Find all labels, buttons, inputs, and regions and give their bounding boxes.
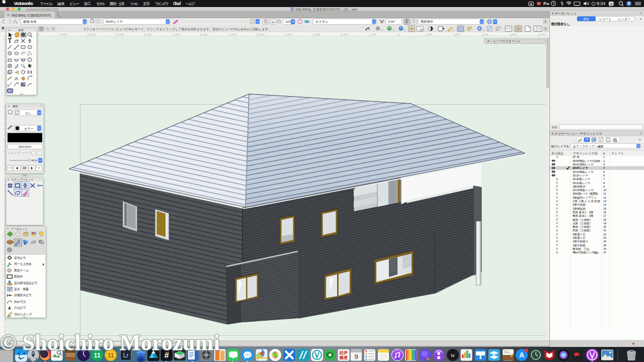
svg-text:カラー: カラー (24, 127, 33, 130)
svg-text:2000: 2000 (427, 33, 432, 36)
svg-text:選択図形なし: 選択図形なし (550, 22, 570, 26)
svg-text:3D基礎レイヤ: 3D基礎レイヤ (573, 177, 591, 181)
svg-text:1: 1 (603, 155, 605, 158)
svg-text:3D2F間取レイヤ仕切面: 3D2F間取レイヤ仕切面 (573, 159, 600, 163)
svg-text:9: 9 (603, 185, 605, 188)
svg-text:3D1F間取レイヤ: 3D1F間取レイヤ (573, 170, 594, 173)
svg-text:A: A (519, 351, 524, 359)
svg-text:24: 24 (603, 240, 606, 243)
svg-text:ツールセット: ツールセット (11, 227, 28, 230)
svg-text:文字: 文字 (143, 2, 150, 6)
svg-text:3D2Fレイヤ: 3D2Fレイヤ (106, 20, 123, 23)
svg-text:?: ? (40, 105, 42, 108)
svg-text:3D2Fレイヤ: 3D2Fレイヤ (573, 166, 588, 170)
svg-text:17: 17 (603, 214, 606, 217)
svg-text:-4000: -4000 (343, 33, 349, 36)
svg-text:北面（立面図）: 北面（立面図） (573, 222, 592, 225)
svg-text:室名・概要: 室名・概要 (14, 288, 29, 291)
svg-text:9:34: 9:34 (597, 1, 605, 6)
svg-text:-8000: -8000 (286, 33, 292, 36)
svg-text:21: 21 (603, 229, 606, 232)
svg-text:22: 22 (603, 233, 606, 236)
svg-text:カスタム: カスタム (315, 20, 328, 23)
svg-text:M様 BIM化 宮浦本部20240701（済）.vwx: M様 BIM化 宮浦本部20240701（済）.vwx (295, 8, 358, 12)
svg-text:同一点上拘束: 同一点上拘束 (14, 262, 32, 266)
svg-text:26: 26 (603, 247, 606, 250)
svg-text:東面 家具1・2階: 東面 家具1・2階 (573, 214, 594, 218)
svg-text:M様 BIM化 宮浦本部2024070...: M様 BIM化 宮浦本部2024070... (12, 14, 53, 18)
svg-text:紀伊: 紀伊 (339, 350, 348, 355)
svg-text:なし: なし (25, 112, 31, 115)
svg-text:2D1F間取レイヤ: 2D1F間取レイヤ (573, 189, 594, 192)
svg-text:2階室内レイアウト: 2階室内レイアウト (573, 196, 597, 200)
svg-text:敷地図・方位: 敷地図・方位 (573, 247, 590, 251)
svg-text:2F 床: 2F 床 (573, 155, 580, 158)
svg-text:▾: ▾ (640, 18, 641, 21)
svg-text:属性: 属性 (13, 105, 19, 108)
svg-text:2階屋根伏: 2階屋根伏 (573, 185, 586, 189)
svg-text:図面枠: 図面枠 (14, 275, 23, 279)
svg-text:-20000: -20000 (117, 33, 124, 36)
svg-text:9: 9 (354, 353, 358, 360)
svg-text:國屋: 國屋 (340, 355, 348, 360)
svg-text:0.00°: 0.00° (388, 20, 395, 23)
svg-text:0.14: 0.14 (33, 159, 38, 162)
svg-text:スナップパレット: スナップパレット (11, 178, 34, 181)
svg-text:✕ データパレット: ✕ データパレット (551, 12, 577, 15)
svg-text:4: 4 (603, 166, 605, 169)
svg-text:10: 10 (603, 189, 606, 192)
svg-text:1階平面図-2: 1階平面図-2 (573, 240, 588, 243)
svg-text:11: 11 (94, 351, 101, 359)
svg-text:Cloud: Cloud (173, 1, 181, 6)
svg-text:PW: PW (543, 1, 549, 6)
svg-text:編集: 編集 (57, 2, 65, 6)
svg-text:25: 25 (603, 244, 606, 247)
svg-text:表示設定: 表示設定 (551, 151, 564, 155)
svg-text:ツール: ツール (130, 2, 138, 6)
svg-text:建物:本体: 建物:本体 (23, 20, 37, 24)
svg-text:1階平面図: 1階平面図 (573, 244, 586, 247)
svg-text:-14000: -14000 (202, 33, 209, 36)
svg-text:Vectorworks: Vectorworks (14, 1, 34, 6)
svg-text:ビュー: ビュー (69, 2, 79, 6)
svg-text:13: 13 (603, 200, 606, 203)
svg-text:14: 14 (603, 203, 606, 206)
svg-text:-2000: -2000 (371, 33, 377, 36)
svg-text:日付スタンプ: 日付スタンプ (14, 313, 32, 316)
svg-text:18: 18 (603, 218, 606, 221)
svg-text:2D外構レイヤ（配置図…: 2D外構レイヤ（配置図… (573, 192, 600, 196)
svg-text:室内環境認定記号: 室内環境認定記号 (14, 281, 38, 285)
svg-text:デザインレイヤ名: デザインレイヤ名 (573, 152, 598, 155)
svg-text:3: 3 (603, 163, 605, 166)
svg-text:加工: 加工 (84, 2, 92, 6)
svg-text:Vectorworks Architect 2018: Vectorworks Architect 2018 (26, 8, 58, 11)
svg-text:✕: ✕ (7, 227, 9, 230)
svg-text:他のレイヤを:: 他のレイヤを: (551, 145, 571, 148)
svg-text:▸: ▸ (639, 138, 641, 141)
svg-text:4000: 4000 (455, 33, 460, 36)
svg-text:-12000: -12000 (230, 33, 237, 36)
svg-text:ウインドウ: ウインドウ (155, 2, 169, 6)
svg-text:8000: 8000 (512, 33, 517, 36)
svg-text:モデル: モデル (96, 2, 105, 6)
svg-text:20: 20 (603, 225, 606, 228)
svg-text:2: 2 (9, 269, 10, 272)
svg-text:基本: 基本 (18, 29, 24, 32)
svg-text:✕: ✕ (8, 105, 10, 108)
svg-text:6: 6 (603, 174, 605, 177)
svg-text:10000: 10000 (540, 33, 546, 36)
svg-text:✕ − リソースマネージャ: ✕ − リソースマネージャ (487, 40, 521, 43)
svg-text:11: 11 (108, 352, 114, 359)
svg-text:フライオーバーツール: ビューの中心モード。クリック＆ドラッ: フライオーバーツール: ビューの中心モード。クリック＆ドラッグして視点を回転させ… (83, 27, 271, 31)
svg-text:8: 8 (603, 182, 605, 185)
svg-text:(7を押に 2を..: (7を押に 2を.. (3, 342, 19, 345)
svg-text:11: 11 (603, 192, 606, 195)
svg-text:3D1Fレイヤ: 3D1Fレイヤ (573, 174, 588, 177)
svg-text:23: 23 (603, 236, 606, 239)
svg-text:tv: tv (451, 353, 455, 358)
svg-text:南面（立面図）: 南面（立面図） (573, 218, 592, 221)
svg-text:方位記号: 方位記号 (14, 306, 26, 310)
svg-text:-18000: -18000 (145, 33, 152, 36)
svg-text:1階通り芯: 1階通り芯 (573, 236, 586, 240)
svg-text:レンダー: レンダー (618, 18, 630, 21)
